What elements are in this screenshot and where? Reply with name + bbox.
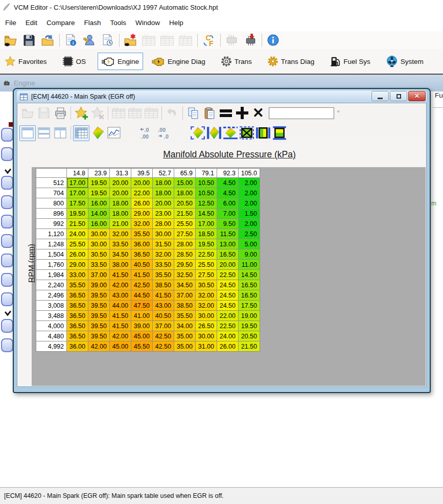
table-cell[interactable]: 22.50: [217, 270, 239, 280]
row-header[interactable]: 512: [36, 178, 67, 188]
row-header[interactable]: 704: [36, 188, 67, 198]
row-header[interactable]: 992: [36, 219, 67, 229]
hidden-parameter-button[interactable]: [1, 319, 13, 333]
table-cell[interactable]: 2.00: [239, 188, 260, 198]
table-cell[interactable]: 20.00: [110, 178, 131, 188]
table-cell[interactable]: 36.50: [131, 249, 153, 260]
column-header[interactable]: 39.5: [131, 169, 153, 178]
table-cell[interactable]: 22.00: [217, 311, 239, 321]
table-cell[interactable]: 4.50: [217, 178, 239, 188]
row-header[interactable]: 4,992: [36, 341, 67, 352]
table-cell[interactable]: 39.50: [88, 331, 110, 341]
table-cell[interactable]: 10.50: [196, 178, 217, 188]
table-cell[interactable]: 45.00: [131, 331, 153, 341]
open-button[interactable]: [19, 105, 36, 121]
table-cell[interactable]: 5.00: [239, 239, 260, 249]
view-surface-button[interactable]: [89, 125, 106, 141]
table-cell[interactable]: 37.00: [174, 290, 196, 301]
row-header[interactable]: 2,240: [36, 280, 67, 290]
column-header[interactable]: 105.0: [239, 169, 260, 178]
table-cell[interactable]: 26.00: [131, 198, 153, 209]
table-cell[interactable]: 24.00: [217, 331, 239, 341]
edit-cell-box-button[interactable]: [239, 125, 255, 141]
table-cell[interactable]: 38.50: [153, 280, 174, 290]
hidden-parameter-button[interactable]: [1, 147, 13, 161]
edit-row-box-button[interactable]: [271, 125, 288, 141]
table-cell[interactable]: 41.50: [153, 290, 174, 301]
row-header[interactable]: 3,008: [36, 301, 67, 311]
row-header[interactable]: 1,120: [36, 229, 67, 239]
table-cell[interactable]: 33.00: [67, 270, 88, 280]
table-cell[interactable]: 39.00: [131, 321, 153, 331]
edit-rows-button[interactable]: [222, 125, 239, 141]
table-cell[interactable]: 28.00: [174, 239, 196, 249]
table-cell[interactable]: 1.50: [239, 209, 260, 219]
table-cell[interactable]: 28.50: [174, 249, 196, 260]
table-cell[interactable]: 36.50: [67, 290, 88, 301]
table-cell[interactable]: 2.50: [239, 229, 260, 239]
table-cell[interactable]: 17.00: [196, 219, 217, 229]
table-cell[interactable]: 45.00: [110, 341, 131, 352]
value-input[interactable]: [269, 107, 334, 119]
table-cell[interactable]: 30.00: [153, 229, 174, 239]
table-cell[interactable]: 33.50: [88, 260, 110, 270]
column-header[interactable]: 65.9: [174, 169, 196, 178]
table-editor-titlebar[interactable]: [ECM] 44620 - Main Spark (EGR off) ✕: [17, 90, 427, 103]
table-cell[interactable]: 36.50: [67, 301, 88, 311]
table-cell[interactable]: 18.00: [110, 198, 131, 209]
menu-tools[interactable]: Tools: [110, 19, 127, 27]
table-cell[interactable]: 17.00: [67, 178, 88, 188]
table-cell[interactable]: 18.00: [153, 178, 174, 188]
table-cell[interactable]: 35.50: [67, 280, 88, 290]
table-cell[interactable]: 20.00: [217, 260, 239, 270]
menu-help[interactable]: Help: [169, 19, 183, 27]
view-single-button[interactable]: [19, 125, 36, 141]
table-view-1-button[interactable]: [140, 33, 157, 48]
table-cell[interactable]: 39.50: [88, 290, 110, 301]
table-cell[interactable]: 32.00: [196, 301, 217, 311]
hidden-parameter-button[interactable]: [1, 273, 13, 287]
table-view-2-button[interactable]: [158, 33, 176, 48]
multiply-value-button[interactable]: ✕: [252, 107, 264, 119]
table-cell[interactable]: 33.50: [110, 239, 131, 249]
row-header[interactable]: 2,496: [36, 290, 67, 301]
compare-file-button[interactable]: ✱: [122, 33, 139, 48]
compare-1-button[interactable]: [110, 105, 127, 121]
row-header[interactable]: 1,984: [36, 270, 67, 280]
table-cell[interactable]: 24.50: [217, 290, 239, 301]
table-cell[interactable]: 17.00: [67, 188, 88, 198]
table-view-3-button[interactable]: [177, 33, 194, 48]
table-cell[interactable]: 41.50: [110, 321, 131, 331]
table-cell[interactable]: 15.00: [174, 178, 196, 188]
table-cell[interactable]: 32.00: [110, 229, 131, 239]
table-cell[interactable]: 36.00: [131, 239, 153, 249]
save-button[interactable]: [36, 105, 52, 121]
table-cell[interactable]: 29.00: [131, 209, 153, 219]
table-cell[interactable]: 39.50: [88, 301, 110, 311]
minimize-button[interactable]: [371, 91, 389, 101]
row-header[interactable]: 1,504: [36, 249, 67, 260]
table-cell[interactable]: 26.00: [67, 249, 88, 260]
table-cell[interactable]: 42.00: [110, 331, 131, 341]
table-cell[interactable]: 30.00: [196, 311, 217, 321]
menu-compare[interactable]: Compare: [46, 19, 75, 27]
table-cell[interactable]: 19.50: [239, 321, 260, 331]
table-cell[interactable]: 35.50: [153, 270, 174, 280]
table-cell[interactable]: 11.00: [239, 260, 260, 270]
table-cell[interactable]: 43.00: [110, 290, 131, 301]
table-cell[interactable]: 17.50: [67, 198, 88, 209]
table-cell[interactable]: 14.00: [88, 209, 110, 219]
menu-flash[interactable]: Flash: [84, 19, 101, 27]
table-cell[interactable]: 40.50: [131, 260, 153, 270]
table-cell[interactable]: 29.00: [67, 260, 88, 270]
close-button[interactable]: ✕: [408, 91, 426, 101]
table-cell[interactable]: 27.50: [196, 270, 217, 280]
table-cell[interactable]: 18.00: [110, 209, 131, 219]
table-cell[interactable]: 33.50: [153, 260, 174, 270]
table-cell[interactable]: 9.50: [217, 219, 239, 229]
hidden-parameter-button[interactable]: [1, 338, 13, 352]
table-cell[interactable]: 39.50: [88, 321, 110, 331]
table-cell[interactable]: 31.50: [153, 239, 174, 249]
hidden-parameter-button[interactable]: [1, 234, 13, 248]
hidden-parameter-button[interactable]: [1, 128, 13, 142]
